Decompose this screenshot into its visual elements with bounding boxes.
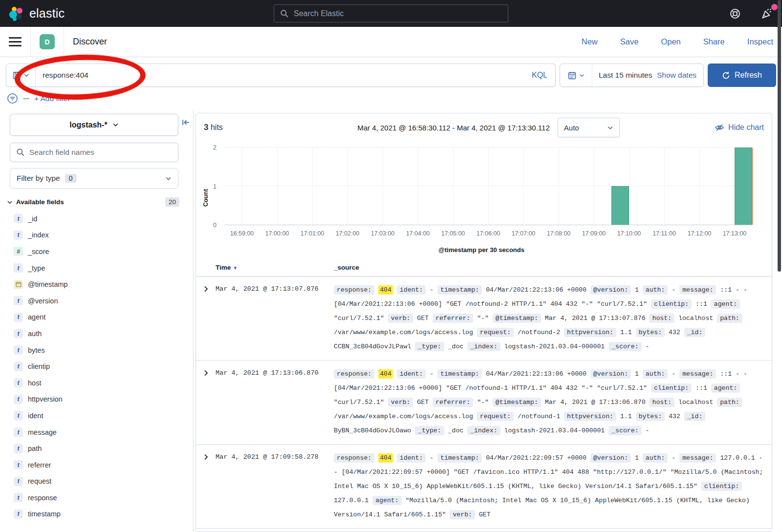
show-dates-link[interactable]: Show dates [657, 71, 703, 80]
field-item-referrer[interactable]: treferrer [0, 457, 193, 473]
new-button[interactable]: New [582, 37, 598, 46]
time-range-value[interactable]: Last 15 minutes [592, 71, 657, 80]
collapse-sidebar-icon[interactable] [181, 118, 191, 129]
saved-query-menu-button[interactable] [6, 64, 36, 86]
source-field-badge: @timestamp: [493, 314, 541, 323]
menu-icon[interactable] [9, 37, 22, 46]
source-field-badge: verb: [388, 398, 413, 407]
field-item-response[interactable]: tresponse [0, 489, 193, 506]
field-item-timestamp[interactable]: ttimestamp [0, 506, 193, 523]
y-tick-label: 2 [213, 144, 217, 151]
field-item-score[interactable]: #_score [0, 243, 193, 260]
field-name: bytes [28, 346, 45, 354]
field-item-request[interactable]: trequest [0, 473, 193, 490]
gridline [348, 148, 348, 225]
gridline [488, 148, 489, 225]
x-tick-label: 17:00:00 [265, 230, 289, 237]
source-field-badge: timestamp: [437, 285, 482, 295]
string-field-icon: t [14, 411, 23, 420]
save-query-icon [13, 71, 21, 80]
x-tick-label: 16:59:00 [230, 230, 254, 237]
field-item-clientip[interactable]: tclientip [0, 358, 193, 375]
field-item-ident[interactable]: tident [0, 407, 193, 424]
query-language-button[interactable]: KQL [524, 71, 555, 80]
inspect-button[interactable]: Inspect [747, 37, 773, 46]
table-row: Mar 4, 2021 @ 17:13:07.876response: 404 … [196, 277, 772, 361]
source-field-badge: path: [717, 314, 742, 323]
gridline [523, 148, 524, 225]
interval-select[interactable]: Auto [558, 118, 620, 137]
source-field-badge: bytes: [636, 412, 665, 421]
highlighted-value: 404 [378, 369, 393, 379]
field-item-id[interactable]: t_id [0, 211, 193, 227]
index-pattern-selector[interactable]: logstash-* [10, 114, 178, 136]
refresh-icon [722, 71, 730, 80]
x-tick-label: 17:05:00 [441, 230, 465, 237]
field-item-index[interactable]: t_index [0, 227, 193, 244]
search-field-names-input[interactable]: Search field names [10, 143, 178, 162]
window-scrollbar-thumb[interactable] [778, 0, 781, 272]
field-item-agent[interactable]: tagent [0, 309, 193, 326]
source-field-badge: response: [334, 285, 374, 295]
field-item-auth[interactable]: tauth [0, 325, 193, 342]
chevron-down-icon [23, 72, 29, 78]
expand-row-icon[interactable] [196, 451, 216, 522]
string-field-icon: t [14, 231, 23, 240]
histogram-bar[interactable] [611, 186, 629, 225]
field-item-version[interactable]: t@version [0, 293, 193, 309]
time-column-header[interactable]: Time▼ [216, 263, 334, 272]
filter-icon[interactable] [7, 93, 18, 104]
source-field-badge: message: [679, 453, 716, 463]
source-field-badge: clientip: [701, 482, 742, 491]
string-field-icon: t [14, 313, 23, 322]
source-field-badge: auth: [643, 453, 668, 463]
sort-desc-icon: ▼ [233, 265, 238, 271]
date-picker-button[interactable] [560, 64, 592, 86]
discover-app-badge[interactable]: D [40, 34, 55, 49]
source-field-badge: verb: [388, 314, 413, 323]
string-field-icon: t [14, 378, 23, 387]
field-item-httpversion[interactable]: thttpversion [0, 391, 193, 408]
app-nav-bar: D Discover New Save Open Share Inspect [0, 27, 782, 57]
field-item-timestamp[interactable]: @timestamp [0, 276, 193, 293]
save-button[interactable]: Save [620, 37, 639, 46]
hide-chart-link[interactable]: Hide chart [715, 123, 764, 132]
global-search-input[interactable]: Search Elastic [274, 4, 508, 22]
row-timestamp: Mar 4, 2021 @ 17:13:06.870 [216, 367, 334, 438]
field-item-path[interactable]: tpath [0, 440, 193, 457]
field-item-bytes[interactable]: tbytes [0, 342, 193, 359]
histogram-bar[interactable] [735, 148, 752, 225]
global-search-placeholder: Search Elastic [294, 9, 344, 18]
field-item-host[interactable]: thost [0, 375, 193, 391]
whats-new-icon[interactable] [760, 7, 773, 20]
row-source: response: 404 ident: - timestamp: 04/Mar… [334, 367, 772, 438]
gridline [242, 148, 242, 225]
expand-row-icon[interactable] [196, 367, 216, 438]
open-button[interactable]: Open [661, 37, 680, 46]
document-rows: Mar 4, 2021 @ 17:13:07.876response: 404 … [196, 277, 772, 529]
chevron-down-icon [112, 122, 119, 128]
available-fields-header[interactable]: Available fields 20 [7, 197, 179, 207]
filter-type-count-badge: 0 [65, 174, 77, 183]
source-field-badge: clientip: [651, 299, 692, 309]
field-item-message[interactable]: tmessage [0, 424, 193, 441]
source-field-badge: _index: [467, 342, 500, 351]
source-field-badge: agent: [711, 299, 740, 309]
field-item-type[interactable]: t_type [0, 260, 193, 277]
x-tick-label: 17:12:00 [688, 230, 712, 237]
add-filter-link[interactable]: + Add filter [34, 94, 70, 103]
filter-by-type-dropdown[interactable]: Filter by type 0 [10, 168, 178, 189]
y-axis-ticks: 012 [196, 148, 220, 225]
elastic-logo[interactable]: elastic [9, 6, 65, 21]
refresh-button[interactable]: Refresh [708, 64, 776, 87]
source-field-badge: agent: [711, 383, 740, 393]
gridline [418, 148, 418, 225]
source-field-badge: _score: [608, 426, 641, 435]
source-field-badge: auth: [643, 285, 668, 295]
expand-row-icon[interactable] [196, 283, 216, 354]
field-name: ident [28, 412, 43, 420]
query-input[interactable]: response:404 [36, 71, 524, 80]
share-button[interactable]: Share [703, 37, 725, 46]
help-icon[interactable] [729, 8, 741, 20]
field-name: agent [28, 313, 45, 321]
